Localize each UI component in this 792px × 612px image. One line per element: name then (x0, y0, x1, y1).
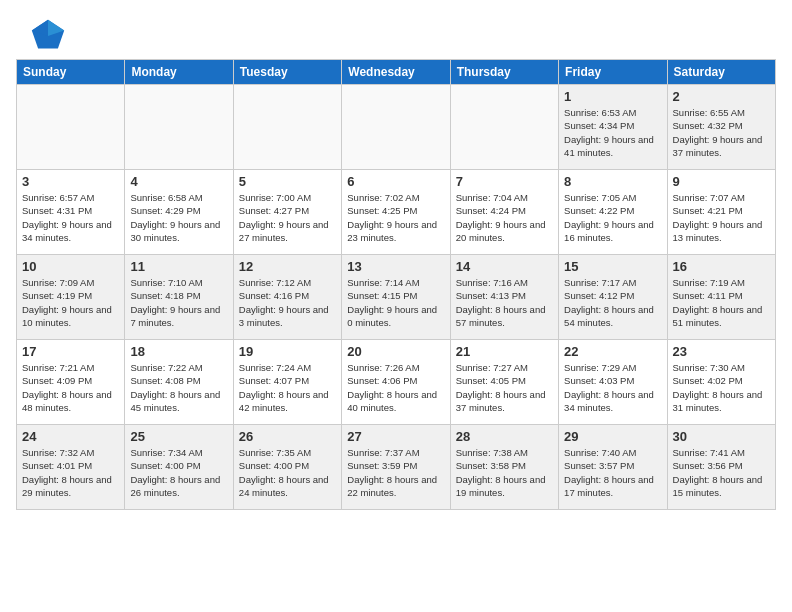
calendar-cell: 23Sunrise: 7:30 AM Sunset: 4:02 PM Dayli… (667, 340, 775, 425)
day-number: 29 (564, 429, 661, 444)
calendar-cell: 22Sunrise: 7:29 AM Sunset: 4:03 PM Dayli… (559, 340, 667, 425)
calendar-cell: 1Sunrise: 6:53 AM Sunset: 4:34 PM Daylig… (559, 85, 667, 170)
day-info: Sunrise: 7:22 AM Sunset: 4:08 PM Dayligh… (130, 361, 227, 414)
day-number: 8 (564, 174, 661, 189)
day-info: Sunrise: 7:37 AM Sunset: 3:59 PM Dayligh… (347, 446, 444, 499)
day-number: 7 (456, 174, 553, 189)
day-info: Sunrise: 7:30 AM Sunset: 4:02 PM Dayligh… (673, 361, 770, 414)
day-info: Sunrise: 7:29 AM Sunset: 4:03 PM Dayligh… (564, 361, 661, 414)
day-info: Sunrise: 7:27 AM Sunset: 4:05 PM Dayligh… (456, 361, 553, 414)
calendar-cell: 3Sunrise: 6:57 AM Sunset: 4:31 PM Daylig… (17, 170, 125, 255)
day-info: Sunrise: 6:53 AM Sunset: 4:34 PM Dayligh… (564, 106, 661, 159)
calendar-cell: 9Sunrise: 7:07 AM Sunset: 4:21 PM Daylig… (667, 170, 775, 255)
day-number: 17 (22, 344, 119, 359)
calendar-cell: 11Sunrise: 7:10 AM Sunset: 4:18 PM Dayli… (125, 255, 233, 340)
day-number: 28 (456, 429, 553, 444)
day-info: Sunrise: 7:19 AM Sunset: 4:11 PM Dayligh… (673, 276, 770, 329)
calendar-cell (17, 85, 125, 170)
day-info: Sunrise: 7:17 AM Sunset: 4:12 PM Dayligh… (564, 276, 661, 329)
day-number: 9 (673, 174, 770, 189)
day-number: 6 (347, 174, 444, 189)
day-number: 5 (239, 174, 336, 189)
day-number: 30 (673, 429, 770, 444)
calendar-cell: 8Sunrise: 7:05 AM Sunset: 4:22 PM Daylig… (559, 170, 667, 255)
day-info: Sunrise: 6:58 AM Sunset: 4:29 PM Dayligh… (130, 191, 227, 244)
weekday-header: Friday (559, 60, 667, 85)
calendar-cell: 14Sunrise: 7:16 AM Sunset: 4:13 PM Dayli… (450, 255, 558, 340)
day-info: Sunrise: 7:40 AM Sunset: 3:57 PM Dayligh… (564, 446, 661, 499)
calendar-cell: 28Sunrise: 7:38 AM Sunset: 3:58 PM Dayli… (450, 425, 558, 510)
day-number: 2 (673, 89, 770, 104)
day-number: 4 (130, 174, 227, 189)
weekday-header: Monday (125, 60, 233, 85)
day-number: 12 (239, 259, 336, 274)
calendar-cell: 16Sunrise: 7:19 AM Sunset: 4:11 PM Dayli… (667, 255, 775, 340)
day-info: Sunrise: 6:55 AM Sunset: 4:32 PM Dayligh… (673, 106, 770, 159)
calendar-cell: 20Sunrise: 7:26 AM Sunset: 4:06 PM Dayli… (342, 340, 450, 425)
calendar-cell: 2Sunrise: 6:55 AM Sunset: 4:32 PM Daylig… (667, 85, 775, 170)
calendar-cell: 19Sunrise: 7:24 AM Sunset: 4:07 PM Dayli… (233, 340, 341, 425)
day-number: 20 (347, 344, 444, 359)
calendar-cell: 26Sunrise: 7:35 AM Sunset: 4:00 PM Dayli… (233, 425, 341, 510)
day-number: 15 (564, 259, 661, 274)
calendar-cell (233, 85, 341, 170)
day-number: 13 (347, 259, 444, 274)
calendar-cell: 7Sunrise: 7:04 AM Sunset: 4:24 PM Daylig… (450, 170, 558, 255)
day-info: Sunrise: 7:14 AM Sunset: 4:15 PM Dayligh… (347, 276, 444, 329)
weekday-header: Wednesday (342, 60, 450, 85)
day-number: 24 (22, 429, 119, 444)
day-info: Sunrise: 7:07 AM Sunset: 4:21 PM Dayligh… (673, 191, 770, 244)
day-number: 1 (564, 89, 661, 104)
weekday-header: Thursday (450, 60, 558, 85)
day-info: Sunrise: 7:32 AM Sunset: 4:01 PM Dayligh… (22, 446, 119, 499)
day-number: 25 (130, 429, 227, 444)
calendar-cell: 12Sunrise: 7:12 AM Sunset: 4:16 PM Dayli… (233, 255, 341, 340)
day-number: 26 (239, 429, 336, 444)
day-number: 14 (456, 259, 553, 274)
day-info: Sunrise: 7:24 AM Sunset: 4:07 PM Dayligh… (239, 361, 336, 414)
day-info: Sunrise: 7:02 AM Sunset: 4:25 PM Dayligh… (347, 191, 444, 244)
calendar-cell: 5Sunrise: 7:00 AM Sunset: 4:27 PM Daylig… (233, 170, 341, 255)
day-number: 10 (22, 259, 119, 274)
day-info: Sunrise: 6:57 AM Sunset: 4:31 PM Dayligh… (22, 191, 119, 244)
logo-icon (30, 18, 66, 54)
day-info: Sunrise: 7:09 AM Sunset: 4:19 PM Dayligh… (22, 276, 119, 329)
calendar: SundayMondayTuesdayWednesdayThursdayFrid… (16, 59, 776, 510)
calendar-cell: 17Sunrise: 7:21 AM Sunset: 4:09 PM Dayli… (17, 340, 125, 425)
day-number: 23 (673, 344, 770, 359)
day-info: Sunrise: 7:26 AM Sunset: 4:06 PM Dayligh… (347, 361, 444, 414)
calendar-cell: 18Sunrise: 7:22 AM Sunset: 4:08 PM Dayli… (125, 340, 233, 425)
day-info: Sunrise: 7:16 AM Sunset: 4:13 PM Dayligh… (456, 276, 553, 329)
day-number: 27 (347, 429, 444, 444)
day-info: Sunrise: 7:41 AM Sunset: 3:56 PM Dayligh… (673, 446, 770, 499)
day-info: Sunrise: 7:04 AM Sunset: 4:24 PM Dayligh… (456, 191, 553, 244)
weekday-header: Saturday (667, 60, 775, 85)
day-info: Sunrise: 7:21 AM Sunset: 4:09 PM Dayligh… (22, 361, 119, 414)
day-info: Sunrise: 7:12 AM Sunset: 4:16 PM Dayligh… (239, 276, 336, 329)
day-info: Sunrise: 7:38 AM Sunset: 3:58 PM Dayligh… (456, 446, 553, 499)
day-number: 3 (22, 174, 119, 189)
calendar-cell: 30Sunrise: 7:41 AM Sunset: 3:56 PM Dayli… (667, 425, 775, 510)
calendar-cell (450, 85, 558, 170)
day-number: 16 (673, 259, 770, 274)
calendar-cell: 29Sunrise: 7:40 AM Sunset: 3:57 PM Dayli… (559, 425, 667, 510)
calendar-cell: 24Sunrise: 7:32 AM Sunset: 4:01 PM Dayli… (17, 425, 125, 510)
weekday-header: Sunday (17, 60, 125, 85)
calendar-cell (342, 85, 450, 170)
day-info: Sunrise: 7:34 AM Sunset: 4:00 PM Dayligh… (130, 446, 227, 499)
day-info: Sunrise: 7:35 AM Sunset: 4:00 PM Dayligh… (239, 446, 336, 499)
calendar-cell: 15Sunrise: 7:17 AM Sunset: 4:12 PM Dayli… (559, 255, 667, 340)
calendar-cell: 21Sunrise: 7:27 AM Sunset: 4:05 PM Dayli… (450, 340, 558, 425)
day-number: 18 (130, 344, 227, 359)
day-info: Sunrise: 7:10 AM Sunset: 4:18 PM Dayligh… (130, 276, 227, 329)
calendar-cell: 4Sunrise: 6:58 AM Sunset: 4:29 PM Daylig… (125, 170, 233, 255)
calendar-cell: 13Sunrise: 7:14 AM Sunset: 4:15 PM Dayli… (342, 255, 450, 340)
day-number: 22 (564, 344, 661, 359)
day-number: 19 (239, 344, 336, 359)
day-info: Sunrise: 7:05 AM Sunset: 4:22 PM Dayligh… (564, 191, 661, 244)
calendar-cell (125, 85, 233, 170)
calendar-cell: 25Sunrise: 7:34 AM Sunset: 4:00 PM Dayli… (125, 425, 233, 510)
calendar-cell: 27Sunrise: 7:37 AM Sunset: 3:59 PM Dayli… (342, 425, 450, 510)
day-info: Sunrise: 7:00 AM Sunset: 4:27 PM Dayligh… (239, 191, 336, 244)
calendar-cell: 6Sunrise: 7:02 AM Sunset: 4:25 PM Daylig… (342, 170, 450, 255)
